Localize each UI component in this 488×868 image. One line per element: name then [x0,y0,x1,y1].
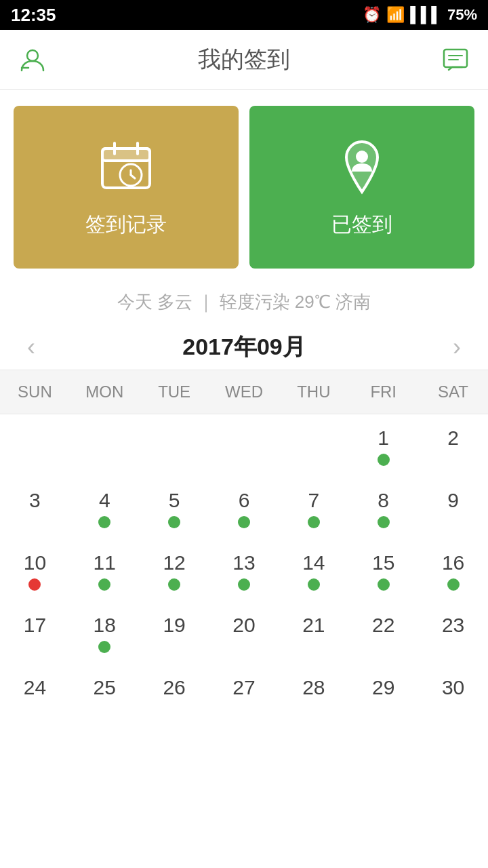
calendar-day-cell[interactable]: 29 [348,664,418,726]
calendar-month: 2017年09月 [182,332,305,363]
calendar-day-cell[interactable]: 21 [279,601,348,664]
calendar-day-cell[interactable]: 6 [209,477,279,539]
calendar-day-cell[interactable]: 24 [0,664,70,726]
day-number: 14 [302,553,325,573]
day-number: 11 [94,553,116,573]
day-number: 27 [232,677,255,698]
svg-point-12 [356,151,368,163]
calendar-day-cell[interactable]: 19 [140,601,209,664]
svg-rect-6 [102,149,150,161]
day-number: 0 [29,428,41,448]
calendar-day-cell[interactable]: 26 [140,664,209,726]
day-number: 13 [232,553,255,573]
checkin-dot [238,454,250,466]
checkin-done-card[interactable]: 已签到 [249,106,474,269]
day-number: 7 [308,490,320,511]
day-number: 4 [99,490,110,511]
checkin-dot [308,578,320,591]
day-number: 6 [239,490,250,511]
checkin-dot [308,454,320,466]
calendar-day-cell[interactable]: 20 [209,601,279,664]
checkin-dot [378,516,390,528]
calendar-day-cell[interactable]: 5 [140,477,209,539]
day-number: 9 [447,490,459,511]
calendar-day-cell[interactable]: 15 [348,539,418,601]
day-number: 0 [308,428,320,448]
checkin-dot [168,703,180,715]
day-number: 25 [94,677,116,698]
calendar-day-cell: 0 [209,414,279,477]
calendar-day-cell[interactable]: 27 [209,664,279,726]
status-time: 12:35 [11,5,56,26]
day-number: 29 [372,677,394,698]
calendar-day-cell[interactable]: 11 [70,539,140,601]
battery-label: 75% [447,6,477,24]
alarm-icon: ⏰ [363,6,381,24]
day-number: 12 [163,553,185,573]
calendar-day-cell[interactable]: 28 [279,664,348,726]
weather-bar: 今天 多云 ｜ 轻度污染 29℃ 济南 [0,285,488,325]
checkin-dot [308,703,320,715]
calendar-header: SUNMONTUEWEDTHUFRISAT [0,370,488,414]
svg-point-0 [27,50,38,61]
day-number: 28 [302,677,325,698]
checkin-dot [308,516,320,528]
status-bar: 12:35 ⏰ 📶 ▌▌▌ 75% [0,0,488,30]
cards-row: 签到记录 已签到 [0,90,488,285]
calendar-day-cell[interactable]: 16 [418,539,488,601]
checkin-dot [378,641,390,653]
checkin-dot [98,641,110,653]
calendar-day-cell[interactable]: 9 [418,477,488,539]
calendar-day-cell[interactable]: 2 [418,414,488,477]
weekday-label: FRI [348,370,418,414]
calendar-day-cell[interactable]: 30 [418,664,488,726]
calendar-day-cell[interactable]: 7 [279,477,348,539]
day-number: 0 [169,428,180,448]
message-button[interactable] [439,43,472,76]
checkin-dot [447,454,460,466]
day-number: 22 [372,615,394,635]
day-number: 8 [378,490,389,511]
calendar-day-cell[interactable]: 25 [70,664,140,726]
checkin-dot [238,516,250,528]
calendar-day-cell: 0 [70,414,140,477]
calendar-day-cell[interactable]: 17 [0,601,70,664]
calendar-day-cell[interactable]: 12 [140,539,209,601]
day-number: 21 [302,615,325,635]
checkin-dot [238,641,250,653]
calendar-day-cell[interactable]: 4 [70,477,140,539]
weekday-label: THU [279,370,348,414]
day-number: 10 [24,553,46,573]
calendar-day-cell[interactable]: 23 [418,601,488,664]
checkin-dot [28,578,41,591]
user-profile-button[interactable] [16,43,49,76]
svg-rect-2 [444,50,467,67]
header: 我的签到 [0,30,488,90]
calendar-day-cell[interactable]: 14 [279,539,348,601]
checkin-dot [28,641,41,653]
checkin-dot [98,703,110,715]
checkin-dot [378,578,390,591]
signal-icon: ▌▌▌ [410,6,442,24]
calendar-day-cell[interactable]: 3 [0,477,70,539]
prev-month-button[interactable]: ‹ [14,333,49,361]
day-number: 0 [239,428,250,448]
day-number: 3 [29,490,41,511]
weather-text: 今天 多云 ｜ 轻度污染 29℃ 济南 [117,292,371,312]
checkin-dot [28,703,41,715]
calendar-day-cell[interactable]: 22 [348,601,418,664]
checkin-record-card[interactable]: 签到记录 [14,106,239,269]
day-number: 20 [232,615,255,635]
calendar-day-cell[interactable]: 1 [348,414,418,477]
checkin-dot [98,454,110,466]
next-month-button[interactable]: › [439,333,474,361]
calendar-day-cell[interactable]: 18 [70,601,140,664]
calendar-day-cell: 0 [0,414,70,477]
day-number: 0 [99,428,110,448]
calendar-grid: 0000012345678910111213141516171819202122… [0,414,488,726]
checkin-dot [378,454,390,466]
checkin-card-label: 已签到 [331,211,392,239]
calendar-day-cell[interactable]: 8 [348,477,418,539]
calendar-day-cell[interactable]: 13 [209,539,279,601]
calendar-day-cell[interactable]: 10 [0,539,70,601]
